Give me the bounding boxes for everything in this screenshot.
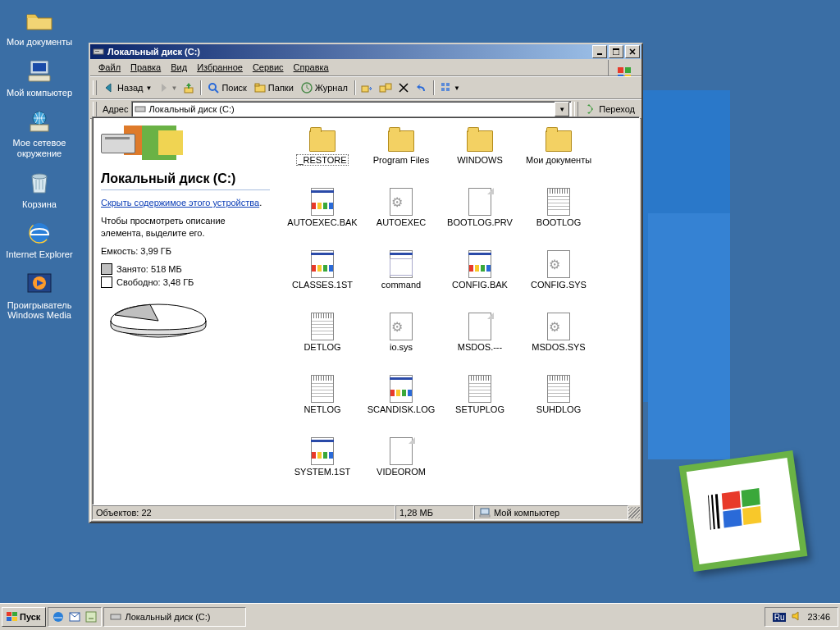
file-item[interactable]: BOOTLOG.PRV [441, 188, 519, 249]
moveto-icon [361, 81, 374, 94]
file-item[interactable]: ⚙io.sys [362, 313, 441, 373]
drive-icon [109, 610, 122, 623]
clock[interactable]: 23:46 [807, 612, 830, 622]
file-item[interactable]: ⚙MSDOS.SYS [519, 313, 598, 373]
network-icon [25, 107, 53, 135]
file-item[interactable]: MSDOS.--- [441, 313, 519, 373]
folders-button[interactable]: Папки [251, 80, 298, 96]
menu-tools[interactable]: Сервис [248, 62, 289, 73]
file-item[interactable]: CLASSES.1ST [283, 250, 362, 311]
titlebar[interactable]: Локальный диск (C:) [90, 44, 641, 59]
file-label: io.sys [362, 342, 441, 352]
free-value: 3,48 ГБ [163, 277, 194, 287]
file-item[interactable]: SUHDLOG [519, 375, 598, 436]
resize-grip[interactable] [628, 507, 640, 518]
delete-button[interactable] [395, 80, 413, 96]
file-item[interactable]: Мои документы [519, 126, 598, 186]
delete-icon [397, 81, 410, 94]
svg-rect-11 [95, 51, 99, 52]
up-button[interactable] [180, 80, 198, 96]
desktop-icon-media-player[interactable]: Проигрыватель Windows Media [5, 270, 74, 321]
moveto-button[interactable] [358, 80, 377, 96]
svg-rect-30 [446, 88, 450, 91]
toolbar-grip[interactable] [93, 102, 97, 116]
file-item[interactable]: ⚙CONFIG.SYS [519, 250, 598, 311]
taskbar: Пуск Локальный диск (C:) Ru 23:46 [0, 603, 840, 630]
svg-rect-12 [597, 53, 602, 55]
file-icon [387, 375, 415, 403]
desktop-icon-my-computer[interactable]: Мой компьютер [5, 57, 74, 98]
address-label: Адрес [103, 104, 129, 114]
file-item[interactable]: _RESTORE [283, 126, 362, 186]
status-zone: Мой компьютер [474, 505, 628, 520]
file-icon [308, 188, 336, 216]
file-item[interactable]: DETLOG [283, 313, 362, 373]
maximize-button[interactable] [609, 45, 623, 58]
svg-rect-36 [742, 488, 760, 507]
taskbar-button-explorer[interactable]: Локальный диск (C:) [103, 607, 246, 627]
toolbar-grip[interactable] [574, 102, 578, 116]
svg-rect-25 [380, 86, 386, 92]
folder-icon [545, 126, 573, 153]
copyto-button[interactable] [377, 80, 395, 96]
banner [101, 126, 270, 167]
menu-file[interactable]: Файл [94, 62, 126, 73]
file-item[interactable]: VIDEOROM [362, 437, 441, 498]
go-button[interactable]: Переход [582, 101, 639, 117]
desktop-icon-internet-explorer[interactable]: Internet Explorer [5, 219, 74, 260]
svg-rect-48 [86, 612, 96, 622]
menu-favorites[interactable]: Избранное [192, 62, 248, 73]
file-label: SCANDISK.LOG [362, 404, 441, 414]
file-item[interactable]: Program Files [362, 126, 441, 186]
desktop-icon-my-documents[interactable]: Мои документы [5, 7, 74, 48]
file-item[interactable]: WINDOWS [441, 126, 519, 186]
svg-point-5 [32, 174, 47, 179]
file-item[interactable]: ⚙AUTOEXEC [362, 188, 441, 249]
start-button[interactable]: Пуск [2, 607, 46, 627]
undo-button[interactable] [413, 80, 431, 96]
toolbar-grip[interactable] [93, 80, 97, 95]
ql-ie[interactable] [51, 609, 66, 624]
file-label: CONFIG.BAK [441, 280, 519, 290]
file-item[interactable]: AUTOEXEC.BAK [283, 188, 362, 249]
file-list[interactable]: _RESTOREProgram FilesWINDOWSМои документ… [278, 117, 639, 504]
language-indicator[interactable]: Ru [773, 613, 787, 622]
menu-edit[interactable]: Правка [126, 62, 166, 73]
desktop-icon-network-places[interactable]: Мое сетевое окружение [5, 107, 74, 158]
file-icon: ⚙ [387, 188, 415, 216]
file-item[interactable]: SYSTEM.1ST [283, 437, 362, 498]
search-button[interactable]: Поиск [204, 80, 250, 96]
desktop-icon-recycle-bin[interactable]: Корзина [5, 169, 74, 210]
history-button[interactable]: Журнал [298, 80, 352, 96]
svg-rect-29 [441, 88, 445, 91]
close-button[interactable] [625, 45, 640, 58]
file-item[interactable]: SCANDISK.LOG [362, 375, 441, 436]
file-icon [387, 437, 415, 465]
file-item[interactable]: CONFIG.BAK [441, 250, 519, 311]
file-item[interactable]: NETLOG [283, 375, 362, 436]
undo-icon [415, 81, 428, 94]
menu-help[interactable]: Справка [289, 62, 334, 73]
file-label: MSDOS.--- [441, 342, 519, 352]
forward-button[interactable]: ▼ [154, 80, 180, 96]
window-title: Локальный диск (C:) [107, 47, 591, 57]
toolbar: Назад▼ ▼ Поиск Папки Журнал ▼ [90, 76, 641, 99]
file-icon [466, 188, 494, 216]
address-dropdown-button[interactable]: ▼ [555, 102, 569, 116]
volume-icon[interactable] [791, 610, 802, 623]
hide-contents-link[interactable]: Скрыть содержимое этого устройства [101, 198, 259, 208]
back-button[interactable]: Назад▼ [100, 80, 154, 96]
address-combo[interactable]: Локальный диск (C:) ▼ [131, 101, 573, 117]
status-objects: Объектов: 22 [92, 505, 395, 520]
views-button[interactable]: ▼ [437, 80, 463, 96]
file-item[interactable]: command [362, 250, 441, 311]
file-item[interactable]: SETUPLOG [441, 375, 519, 436]
ql-show-desktop[interactable] [84, 609, 98, 624]
svg-rect-43 [12, 612, 17, 616]
menu-view[interactable]: Вид [166, 62, 192, 73]
ql-outlook[interactable] [67, 609, 82, 624]
file-item[interactable]: BOOTLOG [519, 188, 598, 249]
file-label: CLASSES.1ST [283, 280, 362, 290]
minimize-button[interactable] [592, 45, 607, 58]
status-bar: Объектов: 22 1,28 МБ Мой компьютер [92, 505, 640, 520]
